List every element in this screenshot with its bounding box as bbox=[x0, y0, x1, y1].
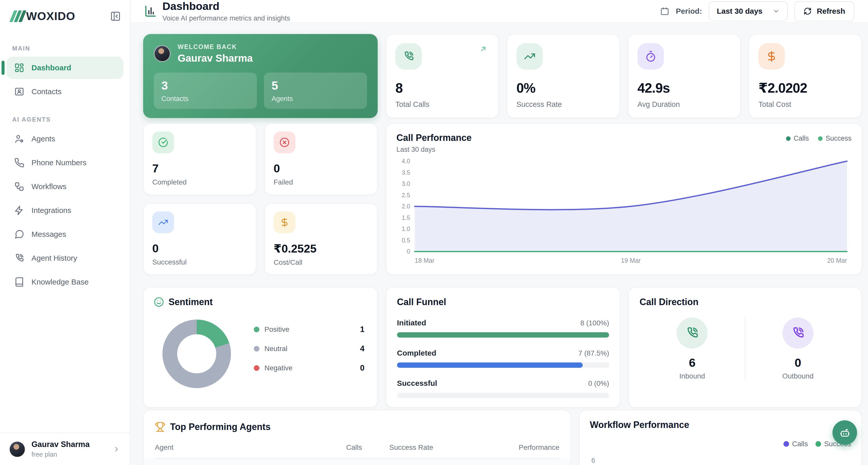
kpi-value: 0% bbox=[517, 80, 610, 96]
sidebar-collapse-icon[interactable] bbox=[110, 11, 121, 22]
sidebar-item-label: Contacts bbox=[31, 87, 61, 96]
welcome-stat-contacts: 3 Contacts bbox=[154, 72, 257, 109]
chevron-right-icon bbox=[113, 445, 120, 453]
mini-stat-label: Failed bbox=[274, 178, 369, 186]
dashboard-content: WELCOME BACK Gaurav Sharma 3 Contacts 5 … bbox=[130, 23, 868, 465]
refresh-button[interactable]: Refresh bbox=[795, 1, 854, 21]
kpi-total-cost: ₹2.0202 Total Cost bbox=[749, 34, 862, 118]
sidebar-item-dashboard[interactable]: Dashboard bbox=[7, 57, 123, 79]
page-header: Dashboard Voice AI performance metrics a… bbox=[130, 0, 868, 23]
sidebar-item-agent-history[interactable]: Agent History bbox=[7, 247, 123, 269]
welcome-eyebrow: WELCOME BACK bbox=[178, 43, 253, 51]
svg-text:3.0: 3.0 bbox=[402, 180, 410, 187]
main-area: Dashboard Voice AI performance metrics a… bbox=[130, 0, 868, 465]
kpi-avg-duration: 42.9s Avg Duration bbox=[628, 34, 741, 118]
phone-call-icon bbox=[14, 253, 24, 263]
user-name: Gaurav Sharma bbox=[31, 440, 90, 449]
chart-legend: Calls Success bbox=[786, 134, 851, 143]
svg-text:0.5: 0.5 bbox=[402, 237, 410, 244]
kpi-label: Total Cost bbox=[758, 100, 852, 108]
workflow-performance-card: Workflow Performance Calls Success 6 bbox=[579, 410, 862, 465]
phone-incoming-icon bbox=[685, 326, 699, 340]
period-select[interactable]: Last 30 days bbox=[709, 1, 788, 21]
book-icon bbox=[14, 277, 24, 287]
column-header: Agent bbox=[155, 443, 346, 452]
funnel-value: 7 (87.5%) bbox=[579, 349, 609, 358]
calendar-icon bbox=[660, 7, 669, 16]
legend-label: Neutral bbox=[265, 345, 287, 353]
call-direction-card: Call Direction 6 Inbound 0 Outbound bbox=[628, 287, 862, 408]
trophy-icon bbox=[155, 422, 165, 432]
svg-text:19 Mar: 19 Mar bbox=[621, 257, 641, 264]
dollar-icon bbox=[766, 51, 777, 62]
legend-label: Success bbox=[826, 134, 851, 143]
refresh-label: Refresh bbox=[817, 7, 845, 16]
mini-stat-value: ₹0.2525 bbox=[274, 242, 369, 255]
x-circle-icon bbox=[279, 137, 289, 148]
mini-stat-failed: 0 Failed bbox=[265, 123, 378, 195]
stat-label: Contacts bbox=[161, 95, 249, 103]
sidebar-item-workflows[interactable]: Workflows bbox=[7, 176, 123, 198]
dashboard-icon bbox=[14, 63, 24, 73]
sidebar-item-contacts[interactable]: Contacts bbox=[7, 81, 123, 103]
svg-text:18 Mar: 18 Mar bbox=[415, 257, 435, 264]
user-plan: free plan bbox=[31, 451, 90, 458]
y-axis-tick: 6 bbox=[591, 457, 595, 464]
zap-icon bbox=[14, 205, 24, 216]
brand-logo-icon bbox=[12, 10, 24, 22]
user-gear-icon bbox=[14, 134, 24, 144]
user-menu[interactable]: Gaurav Sharma free plan bbox=[0, 433, 130, 465]
funnel-row-successful: Successful0 (0%) bbox=[397, 379, 609, 398]
period-label: Period: bbox=[676, 7, 702, 16]
funnel-value: 8 (100%) bbox=[580, 319, 609, 327]
legend-dot-success bbox=[818, 136, 823, 141]
call-performance-svg: 00.51.01.52.02.53.03.54.018 Mar19 Mar20 … bbox=[397, 157, 851, 266]
app-root: WOXIDO MAIN Dashboard Contacts AI AGENTS… bbox=[0, 0, 868, 465]
avatar bbox=[10, 442, 25, 457]
svg-text:1.0: 1.0 bbox=[402, 225, 410, 232]
sidebar-item-agents[interactable]: Agents bbox=[7, 128, 123, 150]
trending-up-icon bbox=[524, 51, 535, 62]
funnel-label: Initiated bbox=[397, 318, 426, 327]
welcome-stat-agents: 5 Agents bbox=[264, 72, 367, 109]
stat-value: 3 bbox=[161, 79, 249, 92]
sidebar-item-label: Agent History bbox=[31, 254, 77, 262]
svg-text:4.0: 4.0 bbox=[402, 158, 410, 164]
sidebar-item-integrations[interactable]: Integrations bbox=[7, 199, 123, 222]
refresh-icon bbox=[804, 7, 812, 15]
chart-title: Sentiment bbox=[168, 297, 213, 307]
mini-stat-value: 7 bbox=[152, 162, 247, 175]
legend-row-positive: Positive 1 bbox=[254, 325, 365, 334]
mini-stat-successful: 0 Successful bbox=[143, 203, 256, 275]
direction-inbound: 6 Inbound bbox=[640, 317, 745, 380]
chart-subtitle: Last 30 days bbox=[397, 146, 471, 154]
table-row[interactable] bbox=[144, 459, 570, 465]
funnel-label: Completed bbox=[397, 349, 436, 358]
welcome-card: WELCOME BACK Gaurav Sharma 3 Contacts 5 … bbox=[143, 34, 378, 118]
top-agents-card: Top Performing Agents Agent Calls Succes… bbox=[143, 410, 571, 465]
call-performance-card: Call Performance Last 30 days Calls Succ… bbox=[386, 123, 862, 275]
kpi-success-rate: 0% Success Rate bbox=[507, 34, 620, 118]
column-header: Success Rate bbox=[389, 443, 473, 452]
brand-logo-text: WOXIDO bbox=[26, 10, 75, 23]
sidebar-item-knowledge-base[interactable]: Knowledge Base bbox=[7, 271, 123, 293]
funnel-row-initiated: Initiated8 (100%) bbox=[397, 318, 609, 338]
bot-icon bbox=[839, 427, 851, 439]
legend-row-negative: Negative 0 bbox=[254, 364, 365, 373]
sidebar: WOXIDO MAIN Dashboard Contacts AI AGENTS… bbox=[0, 0, 130, 465]
chart-title: Workflow Performance bbox=[590, 420, 851, 430]
sidebar-item-label: Agents bbox=[31, 134, 55, 143]
stat-value: 5 bbox=[272, 79, 360, 92]
sidebar-item-phone-numbers[interactable]: Phone Numbers bbox=[7, 152, 123, 174]
kpi-value: 8 bbox=[396, 80, 489, 96]
contacts-icon bbox=[14, 87, 24, 97]
dollar-icon bbox=[279, 217, 289, 227]
assistant-fab-button[interactable] bbox=[833, 420, 857, 445]
sidebar-item-label: Phone Numbers bbox=[31, 158, 87, 167]
sidebar-item-messages[interactable]: Messages bbox=[7, 223, 123, 245]
legend-label: Positive bbox=[265, 326, 289, 334]
welcome-name: Gaurav Sharma bbox=[178, 53, 253, 64]
kpi-label: Total Calls bbox=[396, 100, 489, 108]
sidebar-section-ai-agents: AI AGENTS bbox=[12, 116, 118, 123]
legend-dot-calls bbox=[786, 136, 790, 141]
